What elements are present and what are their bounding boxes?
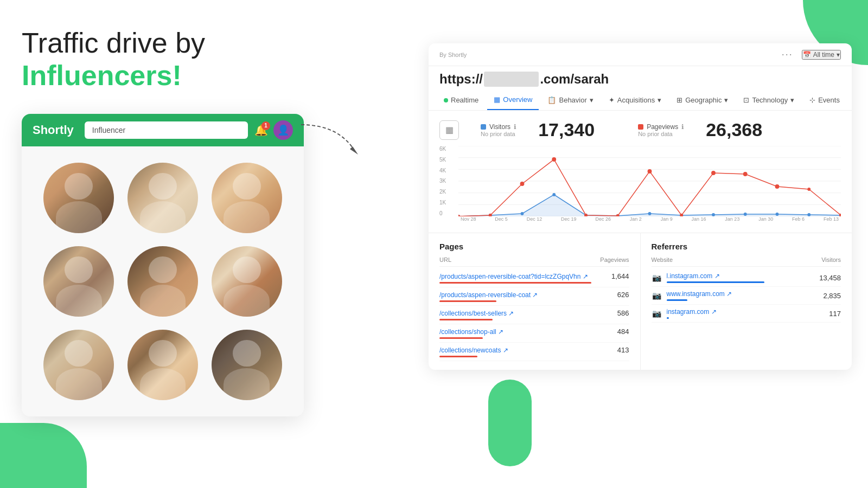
pageviews-metric: Pageviews ℹ No prior data	[638, 123, 684, 137]
pageviews-subtext: No prior data	[638, 131, 684, 137]
all-time-label: All time	[813, 51, 834, 59]
bg-decoration-bottom-right	[488, 380, 532, 466]
y-label-3k: 3K	[439, 178, 446, 184]
svg-point-22	[458, 215, 460, 216]
technology-icon: ⊡	[743, 96, 749, 104]
svg-point-30	[711, 171, 716, 175]
pages-row-4[interactable]: /collections/shop-all ↗ 484	[439, 324, 629, 343]
influencer-avatar-4[interactable]	[43, 246, 114, 317]
x-label-jan2: Jan 2	[630, 216, 642, 222]
influencer-avatar-8[interactable]	[127, 330, 198, 400]
all-time-dropdown[interactable]: 📅 All time ▾	[802, 50, 841, 60]
pages-bar-4	[439, 337, 483, 339]
chart-x-axis: Nov 28 Dec 5 Dec 12 Dec 19 Dec 26 Jan 2 …	[458, 216, 841, 222]
chevron-down-icon: ▾	[837, 51, 840, 59]
y-label-4k: 4K	[439, 168, 446, 174]
visitors-metric: Visitors ℹ No prior data	[481, 123, 516, 137]
ref-name-2: www.instagram.com ↗	[667, 290, 732, 298]
nav-acquisitions-label: Acquisitions	[617, 96, 655, 104]
svg-point-17	[712, 213, 715, 216]
pages-url-4: /collections/shop-all ↗	[439, 328, 503, 336]
referrers-section: Referrers Website Visitors 📷 l.instagram…	[641, 233, 852, 370]
ref-left-3: 📷 instagram.com ↗	[652, 308, 717, 319]
pageviews-value: 26,368	[706, 119, 762, 140]
top-bar-actions: ··· 📅 All time ▾	[782, 49, 841, 60]
influencer-avatar-5[interactable]	[127, 246, 198, 317]
analytics-chart: 6K 5K 4K 3K 2K 1K 0	[429, 146, 852, 233]
headline-highlight: Influencers!	[22, 60, 182, 91]
app-icons: 🔔 1 👤	[254, 120, 293, 140]
panel-source: By Shortly	[439, 52, 467, 58]
headline: Traffic drive by Influencers!	[22, 27, 336, 92]
pages-col-url: URL	[439, 256, 451, 263]
nav-events[interactable]: ⊹ Events	[803, 91, 846, 110]
pages-views-4: 484	[617, 328, 629, 336]
url-suffix: .com/sarah	[540, 72, 609, 86]
user-avatar[interactable]: 👤	[273, 120, 293, 140]
ref-row-1[interactable]: 📷 l.instagram.com ↗ 13,458	[652, 269, 841, 287]
svg-marker-0	[350, 146, 358, 155]
app-mockup: Shortly 🔔 1 👤	[22, 114, 304, 416]
pages-views-1: 1,644	[611, 272, 629, 280]
pages-row-1[interactable]: /products/aspen-reversible-coat?tid=lczZ…	[439, 269, 629, 287]
headline-part1: Traffic drive by	[22, 27, 205, 59]
x-label-jan23: Jan 23	[725, 216, 739, 222]
pages-views-5: 413	[617, 346, 629, 354]
metrics-row: ▦ Visitors ℹ No prior data 17,340 Pagevi…	[429, 111, 852, 146]
pages-section: Pages URL Pageviews /products/aspen-reve…	[429, 233, 641, 370]
y-label-0: 0	[439, 210, 446, 216]
svg-point-12	[552, 193, 556, 196]
notification-icon[interactable]: 🔔 1	[254, 124, 268, 137]
pages-bar-1	[439, 282, 591, 284]
x-label-jan30: Jan 30	[758, 216, 773, 222]
influencer-avatar-1[interactable]	[43, 163, 114, 233]
search-input[interactable]	[85, 121, 248, 139]
y-label-5k: 5K	[439, 157, 446, 163]
ref-row-2[interactable]: 📷 www.instagram.com ↗ 2,835	[652, 287, 841, 305]
more-options-button[interactable]: ···	[782, 49, 793, 60]
referrers-title: Referrers	[652, 242, 841, 251]
pages-row-3[interactable]: /collections/best-sellers ↗ 586	[439, 306, 629, 324]
technology-chevron: ▾	[790, 96, 794, 104]
nav-geographic[interactable]: ⊞ Geographic ▾	[670, 91, 735, 110]
ref-bar-2	[667, 299, 687, 301]
panel-nav: Realtime ▦ Overview 📋 Behavior ▾ ✦ Acqui…	[429, 90, 852, 111]
influencer-avatar-2[interactable]	[127, 163, 198, 233]
nav-realtime-label: Realtime	[451, 96, 478, 104]
nav-events-label: Events	[818, 96, 840, 104]
visitors-value: 17,340	[538, 119, 595, 140]
pages-views-2: 626	[617, 291, 629, 299]
pages-row-5[interactable]: /collections/newcoats ↗ 413	[439, 343, 629, 361]
x-label-jan9: Jan 9	[661, 216, 673, 222]
pageviews-info-icon[interactable]: ℹ	[681, 123, 684, 131]
nav-overview-label: Overview	[503, 95, 532, 104]
svg-point-19	[776, 213, 779, 216]
visitors-info-icon[interactable]: ℹ	[514, 123, 516, 131]
influencer-avatar-6[interactable]	[212, 246, 282, 317]
svg-point-20	[807, 213, 810, 216]
nav-overview[interactable]: ▦ Overview	[487, 90, 539, 110]
visitors-color-dot	[481, 124, 486, 130]
dashed-arrow	[296, 119, 366, 168]
nav-acquisitions[interactable]: ✦ Acquisitions ▾	[602, 91, 668, 110]
panel-topbar: By Shortly ··· 📅 All time ▾	[429, 43, 852, 66]
influencer-avatar-3[interactable]	[212, 163, 282, 233]
svg-point-24	[520, 182, 525, 186]
pages-row-2[interactable]: /products/aspen-reversible-coat ↗ 626	[439, 287, 629, 306]
x-label-dec5: Dec 5	[495, 216, 508, 222]
chart-toggle-icon[interactable]: ▦	[439, 120, 459, 140]
nav-behavior[interactable]: 📋 Behavior ▾	[541, 91, 599, 110]
pages-bar-3	[439, 319, 493, 320]
svg-point-28	[648, 169, 652, 174]
ref-row-3[interactable]: 📷 instagram.com ↗ 117	[652, 305, 841, 323]
nav-technology[interactable]: ⊡ Technology ▾	[737, 91, 801, 110]
x-label-dec19: Dec 19	[561, 216, 577, 222]
influencer-avatar-9[interactable]	[212, 330, 282, 400]
ref-visitors-2: 2,835	[823, 292, 841, 300]
instagram-icon-1: 📷	[652, 272, 662, 283]
pages-table-header: URL Pageviews	[439, 256, 629, 267]
nav-realtime[interactable]: Realtime	[437, 91, 485, 110]
influencer-avatar-7[interactable]	[43, 330, 114, 400]
y-label-1k: 1K	[439, 200, 446, 206]
x-label-dec26: Dec 26	[595, 216, 611, 222]
